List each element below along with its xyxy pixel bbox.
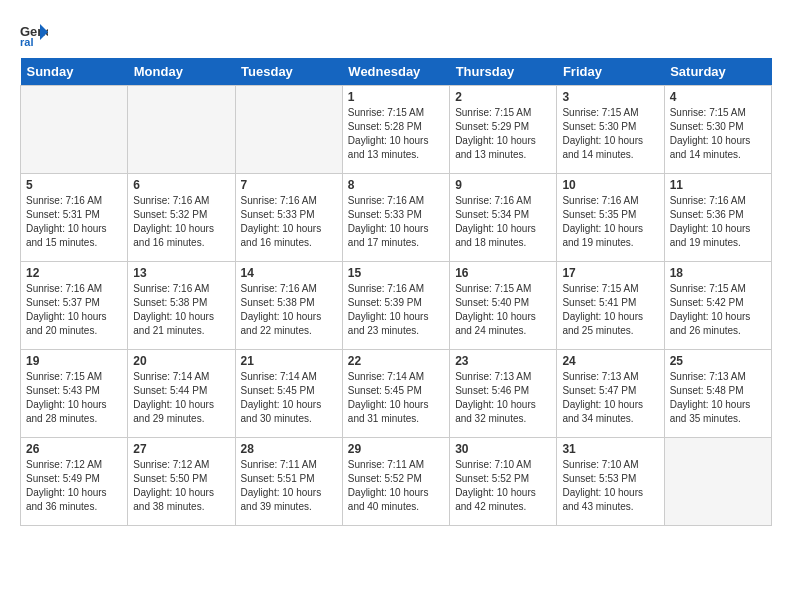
day-info: Sunrise: 7:15 AM Sunset: 5:41 PM Dayligh… xyxy=(562,282,658,338)
calendar-cell: 22Sunrise: 7:14 AM Sunset: 5:45 PM Dayli… xyxy=(342,350,449,438)
day-info: Sunrise: 7:16 AM Sunset: 5:33 PM Dayligh… xyxy=(348,194,444,250)
calendar-table: SundayMondayTuesdayWednesdayThursdayFrid… xyxy=(20,58,772,526)
calendar-cell: 13Sunrise: 7:16 AM Sunset: 5:38 PM Dayli… xyxy=(128,262,235,350)
weekday-header-friday: Friday xyxy=(557,58,664,86)
calendar-week-row: 5Sunrise: 7:16 AM Sunset: 5:31 PM Daylig… xyxy=(21,174,772,262)
weekday-header-sunday: Sunday xyxy=(21,58,128,86)
day-number: 22 xyxy=(348,354,444,368)
day-info: Sunrise: 7:16 AM Sunset: 5:31 PM Dayligh… xyxy=(26,194,122,250)
calendar-cell: 16Sunrise: 7:15 AM Sunset: 5:40 PM Dayli… xyxy=(450,262,557,350)
page-header: Gene ral xyxy=(20,20,772,48)
day-number: 15 xyxy=(348,266,444,280)
svg-text:ral: ral xyxy=(20,36,33,48)
weekday-header-row: SundayMondayTuesdayWednesdayThursdayFrid… xyxy=(21,58,772,86)
calendar-cell: 8Sunrise: 7:16 AM Sunset: 5:33 PM Daylig… xyxy=(342,174,449,262)
day-number: 16 xyxy=(455,266,551,280)
calendar-cell: 21Sunrise: 7:14 AM Sunset: 5:45 PM Dayli… xyxy=(235,350,342,438)
day-info: Sunrise: 7:15 AM Sunset: 5:29 PM Dayligh… xyxy=(455,106,551,162)
calendar-cell: 19Sunrise: 7:15 AM Sunset: 5:43 PM Dayli… xyxy=(21,350,128,438)
calendar-cell: 27Sunrise: 7:12 AM Sunset: 5:50 PM Dayli… xyxy=(128,438,235,526)
day-info: Sunrise: 7:10 AM Sunset: 5:53 PM Dayligh… xyxy=(562,458,658,514)
calendar-cell: 31Sunrise: 7:10 AM Sunset: 5:53 PM Dayli… xyxy=(557,438,664,526)
day-info: Sunrise: 7:14 AM Sunset: 5:44 PM Dayligh… xyxy=(133,370,229,426)
logo: Gene ral xyxy=(20,20,52,48)
calendar-cell: 26Sunrise: 7:12 AM Sunset: 5:49 PM Dayli… xyxy=(21,438,128,526)
day-number: 19 xyxy=(26,354,122,368)
day-number: 4 xyxy=(670,90,766,104)
day-info: Sunrise: 7:11 AM Sunset: 5:52 PM Dayligh… xyxy=(348,458,444,514)
day-number: 14 xyxy=(241,266,337,280)
calendar-cell: 9Sunrise: 7:16 AM Sunset: 5:34 PM Daylig… xyxy=(450,174,557,262)
day-info: Sunrise: 7:14 AM Sunset: 5:45 PM Dayligh… xyxy=(348,370,444,426)
day-info: Sunrise: 7:16 AM Sunset: 5:38 PM Dayligh… xyxy=(241,282,337,338)
day-number: 31 xyxy=(562,442,658,456)
calendar-week-row: 26Sunrise: 7:12 AM Sunset: 5:49 PM Dayli… xyxy=(21,438,772,526)
calendar-cell: 2Sunrise: 7:15 AM Sunset: 5:29 PM Daylig… xyxy=(450,86,557,174)
calendar-cell: 6Sunrise: 7:16 AM Sunset: 5:32 PM Daylig… xyxy=(128,174,235,262)
calendar-cell: 1Sunrise: 7:15 AM Sunset: 5:28 PM Daylig… xyxy=(342,86,449,174)
day-number: 24 xyxy=(562,354,658,368)
day-info: Sunrise: 7:13 AM Sunset: 5:48 PM Dayligh… xyxy=(670,370,766,426)
calendar-cell: 5Sunrise: 7:16 AM Sunset: 5:31 PM Daylig… xyxy=(21,174,128,262)
calendar-cell xyxy=(128,86,235,174)
calendar-cell xyxy=(235,86,342,174)
logo-icon: Gene ral xyxy=(20,20,48,48)
weekday-header-thursday: Thursday xyxy=(450,58,557,86)
day-info: Sunrise: 7:16 AM Sunset: 5:35 PM Dayligh… xyxy=(562,194,658,250)
day-number: 8 xyxy=(348,178,444,192)
day-info: Sunrise: 7:15 AM Sunset: 5:42 PM Dayligh… xyxy=(670,282,766,338)
day-info: Sunrise: 7:13 AM Sunset: 5:46 PM Dayligh… xyxy=(455,370,551,426)
calendar-week-row: 12Sunrise: 7:16 AM Sunset: 5:37 PM Dayli… xyxy=(21,262,772,350)
calendar-cell xyxy=(664,438,771,526)
day-info: Sunrise: 7:15 AM Sunset: 5:30 PM Dayligh… xyxy=(562,106,658,162)
day-number: 1 xyxy=(348,90,444,104)
calendar-cell: 30Sunrise: 7:10 AM Sunset: 5:52 PM Dayli… xyxy=(450,438,557,526)
day-number: 12 xyxy=(26,266,122,280)
day-info: Sunrise: 7:15 AM Sunset: 5:28 PM Dayligh… xyxy=(348,106,444,162)
weekday-header-tuesday: Tuesday xyxy=(235,58,342,86)
weekday-header-saturday: Saturday xyxy=(664,58,771,86)
day-number: 20 xyxy=(133,354,229,368)
day-info: Sunrise: 7:16 AM Sunset: 5:39 PM Dayligh… xyxy=(348,282,444,338)
calendar-cell: 14Sunrise: 7:16 AM Sunset: 5:38 PM Dayli… xyxy=(235,262,342,350)
day-info: Sunrise: 7:13 AM Sunset: 5:47 PM Dayligh… xyxy=(562,370,658,426)
day-number: 6 xyxy=(133,178,229,192)
calendar-cell: 7Sunrise: 7:16 AM Sunset: 5:33 PM Daylig… xyxy=(235,174,342,262)
calendar-cell: 20Sunrise: 7:14 AM Sunset: 5:44 PM Dayli… xyxy=(128,350,235,438)
calendar-cell xyxy=(21,86,128,174)
day-number: 7 xyxy=(241,178,337,192)
day-info: Sunrise: 7:16 AM Sunset: 5:34 PM Dayligh… xyxy=(455,194,551,250)
weekday-header-wednesday: Wednesday xyxy=(342,58,449,86)
day-info: Sunrise: 7:15 AM Sunset: 5:40 PM Dayligh… xyxy=(455,282,551,338)
day-number: 18 xyxy=(670,266,766,280)
calendar-cell: 28Sunrise: 7:11 AM Sunset: 5:51 PM Dayli… xyxy=(235,438,342,526)
day-number: 29 xyxy=(348,442,444,456)
calendar-cell: 24Sunrise: 7:13 AM Sunset: 5:47 PM Dayli… xyxy=(557,350,664,438)
calendar-cell: 17Sunrise: 7:15 AM Sunset: 5:41 PM Dayli… xyxy=(557,262,664,350)
day-info: Sunrise: 7:11 AM Sunset: 5:51 PM Dayligh… xyxy=(241,458,337,514)
calendar-cell: 18Sunrise: 7:15 AM Sunset: 5:42 PM Dayli… xyxy=(664,262,771,350)
day-number: 21 xyxy=(241,354,337,368)
day-number: 10 xyxy=(562,178,658,192)
day-info: Sunrise: 7:16 AM Sunset: 5:36 PM Dayligh… xyxy=(670,194,766,250)
calendar-cell: 4Sunrise: 7:15 AM Sunset: 5:30 PM Daylig… xyxy=(664,86,771,174)
day-info: Sunrise: 7:14 AM Sunset: 5:45 PM Dayligh… xyxy=(241,370,337,426)
day-info: Sunrise: 7:16 AM Sunset: 5:37 PM Dayligh… xyxy=(26,282,122,338)
calendar-cell: 23Sunrise: 7:13 AM Sunset: 5:46 PM Dayli… xyxy=(450,350,557,438)
day-info: Sunrise: 7:12 AM Sunset: 5:50 PM Dayligh… xyxy=(133,458,229,514)
day-info: Sunrise: 7:15 AM Sunset: 5:43 PM Dayligh… xyxy=(26,370,122,426)
day-number: 11 xyxy=(670,178,766,192)
day-number: 25 xyxy=(670,354,766,368)
calendar-cell: 11Sunrise: 7:16 AM Sunset: 5:36 PM Dayli… xyxy=(664,174,771,262)
day-info: Sunrise: 7:15 AM Sunset: 5:30 PM Dayligh… xyxy=(670,106,766,162)
calendar-cell: 15Sunrise: 7:16 AM Sunset: 5:39 PM Dayli… xyxy=(342,262,449,350)
day-info: Sunrise: 7:12 AM Sunset: 5:49 PM Dayligh… xyxy=(26,458,122,514)
day-info: Sunrise: 7:16 AM Sunset: 5:38 PM Dayligh… xyxy=(133,282,229,338)
calendar-week-row: 1Sunrise: 7:15 AM Sunset: 5:28 PM Daylig… xyxy=(21,86,772,174)
calendar-cell: 25Sunrise: 7:13 AM Sunset: 5:48 PM Dayli… xyxy=(664,350,771,438)
day-number: 2 xyxy=(455,90,551,104)
day-info: Sunrise: 7:16 AM Sunset: 5:33 PM Dayligh… xyxy=(241,194,337,250)
calendar-cell: 3Sunrise: 7:15 AM Sunset: 5:30 PM Daylig… xyxy=(557,86,664,174)
calendar-cell: 29Sunrise: 7:11 AM Sunset: 5:52 PM Dayli… xyxy=(342,438,449,526)
calendar-week-row: 19Sunrise: 7:15 AM Sunset: 5:43 PM Dayli… xyxy=(21,350,772,438)
